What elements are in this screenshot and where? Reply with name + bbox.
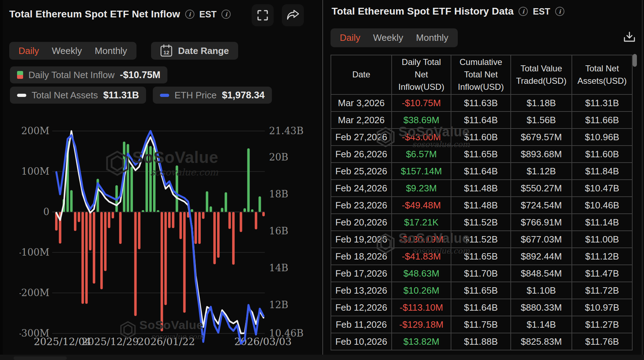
- inflow-bar[interactable]: [198, 212, 201, 244]
- inflow-bar[interactable]: [108, 212, 110, 228]
- inflow-bar[interactable]: [206, 191, 208, 212]
- legend-total-net-assets[interactable]: Total Net Assets $11.31B: [10, 87, 146, 104]
- row-value: $17.21K: [392, 214, 451, 231]
- inflow-bar[interactable]: [210, 206, 212, 212]
- download-icon: [623, 31, 636, 44]
- info-icon[interactable]: [519, 7, 528, 16]
- share-button[interactable]: [282, 4, 304, 26]
- row-value: $880.33M: [511, 299, 572, 316]
- legend-value: $1,978.34: [222, 90, 264, 101]
- row-value: $892.44M: [511, 248, 572, 265]
- inflow-bar[interactable]: [119, 212, 122, 244]
- row-value: $11.64B: [451, 299, 511, 316]
- row-date: Feb 19,2026: [331, 231, 392, 248]
- row-value: $38.69M: [392, 112, 451, 129]
- inflow-bar[interactable]: [179, 212, 182, 239]
- row-date: Feb 12,2026: [331, 299, 392, 316]
- inflow-bar[interactable]: [168, 212, 171, 228]
- inflow-bar[interactable]: [229, 212, 231, 229]
- inflow-bar[interactable]: [134, 212, 137, 316]
- history-table: DateDaily Total Net Inflow(USD)Cumulativ…: [331, 55, 633, 350]
- inflow-bar[interactable]: [100, 212, 103, 289]
- inflow-bar[interactable]: [161, 212, 163, 331]
- tab-monthly[interactable]: Monthly: [416, 32, 449, 43]
- inflow-bar[interactable]: [221, 208, 223, 212]
- tab-monthly[interactable]: Monthly: [95, 45, 127, 56]
- inflow-bar[interactable]: [183, 212, 186, 313]
- info-icon[interactable]: [221, 10, 231, 19]
- inflow-bar[interactable]: [213, 212, 216, 264]
- inflow-bar[interactable]: [138, 212, 140, 249]
- row-value: $11.12B: [572, 248, 633, 265]
- date-range-button[interactable]: 12 Date Range: [151, 42, 238, 60]
- inflow-bar[interactable]: [172, 212, 175, 228]
- inflow-bar[interactable]: [191, 209, 193, 212]
- inflow-bar[interactable]: [85, 212, 88, 304]
- inflow-bar[interactable]: [70, 190, 73, 212]
- row-value: $11.48B: [451, 197, 511, 214]
- inflow-bar[interactable]: [255, 212, 257, 229]
- row-value: $11.75B: [451, 316, 511, 333]
- inflow-bar[interactable]: [104, 212, 107, 271]
- inflow-bar[interactable]: [232, 212, 235, 264]
- inflow-bar[interactable]: [240, 212, 242, 232]
- row-value: -$130.19M: [392, 231, 451, 248]
- row-date: Mar 2,2026: [331, 112, 392, 129]
- net-inflow-panel: Total Ethereum Spot ETF Net Inflow EST D…: [3, 0, 322, 360]
- y-axis-label-right: 16B: [269, 225, 288, 236]
- inflow-chart[interactable]: 200M100M0-100M-200M-300M21.43B20B18B16B1…: [20, 124, 307, 359]
- table-scrollbar[interactable]: [633, 54, 637, 67]
- x-axis-label: 2026/01/22: [138, 336, 195, 348]
- etf-dashboard: Total Ethereum Spot ETF Net Inflow EST D…: [0, 0, 644, 360]
- fullscreen-button[interactable]: [252, 4, 274, 26]
- row-date: Mar 3,2026: [331, 95, 392, 112]
- inflow-bar[interactable]: [194, 212, 197, 244]
- inflow-bar[interactable]: [243, 208, 246, 212]
- inflow-bar[interactable]: [247, 148, 250, 212]
- row-date: Feb 20,2026: [331, 214, 392, 231]
- inflow-bar[interactable]: [130, 167, 133, 212]
- inflow-bar[interactable]: [78, 212, 80, 222]
- inflow-bar[interactable]: [217, 212, 220, 258]
- tab-daily[interactable]: Daily: [18, 45, 39, 56]
- column-header: Cumulative Total Net Inflow(USD): [451, 55, 511, 95]
- info-icon[interactable]: [185, 10, 194, 19]
- inflow-bar[interactable]: [149, 146, 152, 212]
- row-date: Feb 10,2026: [331, 333, 392, 350]
- legend-eth-price[interactable]: ETH Price $1,978.34: [153, 87, 272, 104]
- row-value: $11.88B: [451, 333, 511, 350]
- inflow-bar[interactable]: [81, 212, 84, 304]
- inflow-bar[interactable]: [74, 212, 76, 231]
- net-inflow-title: Total Ethereum Spot ETF Net Inflow: [9, 9, 180, 20]
- legend-value: $11.31B: [103, 90, 139, 101]
- inflow-bar[interactable]: [258, 196, 261, 212]
- inflow-bar[interactable]: [157, 210, 159, 212]
- inflow-bar[interactable]: [89, 212, 91, 250]
- row-value: $11.31B: [572, 95, 633, 112]
- right-card-edge: [642, 0, 643, 360]
- inflow-bar[interactable]: [145, 144, 148, 212]
- inflow-bar[interactable]: [202, 212, 204, 219]
- history-header: Total Ethereum Spot ETF History Data EST: [332, 6, 564, 17]
- row-value: $11.76B: [572, 333, 633, 350]
- tab-weekly[interactable]: Weekly: [52, 45, 82, 56]
- inflow-bar[interactable]: [176, 165, 178, 212]
- inflow-bar[interactable]: [251, 209, 253, 212]
- inflow-bar[interactable]: [93, 212, 95, 284]
- inflow-bar[interactable]: [262, 212, 265, 216]
- download-button[interactable]: [621, 29, 638, 46]
- y-axis-label-left: 200M: [21, 125, 49, 136]
- legend-daily-net-inflow[interactable]: Daily Total Net Inflow -$10.75M: [10, 66, 167, 83]
- inflow-bar[interactable]: [225, 192, 227, 212]
- info-icon[interactable]: [555, 7, 564, 16]
- row-value: $1.10B: [511, 282, 572, 299]
- inflow-bar[interactable]: [153, 147, 156, 212]
- tab-weekly[interactable]: Weekly: [373, 32, 403, 43]
- next-section-edge: [0, 355, 644, 360]
- tab-daily[interactable]: Daily: [340, 32, 360, 43]
- row-value: $10.26M: [392, 282, 451, 299]
- inflow-bar[interactable]: [112, 212, 114, 218]
- row-date: Feb 11,2026: [331, 316, 392, 333]
- inflow-bar[interactable]: [142, 210, 144, 212]
- inflow-bar[interactable]: [164, 212, 167, 305]
